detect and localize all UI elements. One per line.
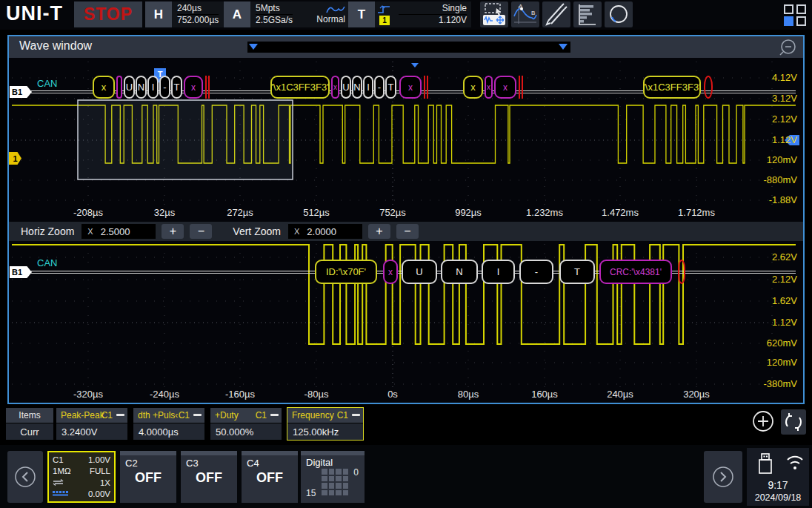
time-label: 512µs bbox=[303, 207, 330, 218]
voltage-label: 2.12V bbox=[772, 274, 797, 285]
cursor-ab-button[interactable]: A B bbox=[511, 1, 539, 27]
decode-bubble bbox=[704, 76, 713, 99]
vert-zoom-increase-button[interactable]: + bbox=[368, 224, 390, 239]
c1-position-icon bbox=[53, 491, 69, 496]
time-label: 80µs bbox=[458, 389, 479, 400]
measurement-channel: C1 bbox=[337, 410, 348, 420]
channel4-card[interactable]: C4 OFF bbox=[242, 451, 298, 503]
time-label: -208µs bbox=[73, 207, 103, 218]
c1-offset: 0.00V bbox=[88, 489, 110, 499]
remove-measurement-icon[interactable] bbox=[352, 414, 360, 416]
measurement-cell-frequency[interactable]: FrequencyC1125.00kHz bbox=[287, 408, 363, 440]
decode-bubble: x bbox=[184, 76, 203, 99]
digital-channels-card[interactable]: Digital 0 15 bbox=[301, 451, 365, 503]
vert-zoom-label: Vert Zoom bbox=[233, 225, 281, 237]
search-button[interactable] bbox=[605, 1, 633, 27]
trigger-source-badge: 1 bbox=[379, 16, 390, 25]
vert-zoom-decrease-button[interactable]: − bbox=[396, 224, 419, 239]
vert-zoom-value-box[interactable]: X 2.0000 bbox=[288, 224, 362, 239]
clock-date: 2024/09/18 bbox=[747, 492, 809, 503]
zoom-waveform-view[interactable]: ID:'\x70F'xUNI-TCRC:'\x4381' B1 CAN 2.62… bbox=[9, 241, 803, 403]
top-bar: UNI-T STOP H 240µs 752.000µs A 5Mpts 2.5… bbox=[0, 0, 812, 30]
zoom-out-icon[interactable] bbox=[778, 39, 797, 56]
time-label: 320µs bbox=[683, 389, 710, 400]
horiz-zoom-value-box[interactable]: X 2.5000 bbox=[81, 224, 156, 239]
waveform-select-tool-button[interactable] bbox=[480, 1, 508, 27]
decode-bubble: I bbox=[363, 76, 373, 99]
add-measurement-button[interactable] bbox=[751, 409, 775, 433]
channel-bar-right-button[interactable] bbox=[704, 451, 742, 503]
decode-bubble bbox=[116, 76, 122, 99]
voltage-label: 620mV bbox=[767, 337, 797, 349]
wave-window-panel: Wave window T xUNI-Tx'\x1C3FF3F3'xUNI-Tx… bbox=[7, 35, 805, 404]
acquire-settings-button[interactable]: A 5Mpts 2.5GSa/s Normal bbox=[224, 1, 350, 27]
decode-bubble: U bbox=[124, 76, 135, 99]
horizontal-settings-button[interactable]: H 240µs 752.000µs bbox=[145, 1, 224, 27]
horiz-zoom-mult: X bbox=[87, 227, 93, 236]
clock-time: 9:17 bbox=[747, 479, 809, 491]
channel1-card[interactable]: C1 1.00V 1MΩ FULL 1X 0.00V bbox=[47, 451, 116, 503]
remove-measurement-icon[interactable] bbox=[270, 414, 279, 416]
layout-square-active-icon bbox=[784, 16, 793, 26]
voltage-label: 120mV bbox=[767, 154, 797, 165]
sample-rate-value: 2.5GSa/s bbox=[256, 14, 293, 26]
c1-coupling-icon bbox=[53, 479, 64, 486]
horiz-zoom-label: Horiz Zoom bbox=[21, 225, 74, 237]
vert-zoom-mult: X bbox=[294, 227, 299, 236]
channel-bar-left-button[interactable] bbox=[7, 451, 43, 503]
digital-grid-icon bbox=[322, 469, 348, 495]
c4-state: OFF bbox=[242, 470, 298, 486]
run-stop-button[interactable]: STOP bbox=[74, 1, 142, 27]
time-label: -80µs bbox=[304, 389, 329, 400]
trigger-mode-value: Single bbox=[442, 3, 467, 14]
time-label: 992µs bbox=[455, 207, 482, 218]
card-strip bbox=[301, 451, 365, 455]
status-cell[interactable]: 9:17 2024/09/18 bbox=[747, 448, 809, 506]
channel2-card[interactable]: C2 OFF bbox=[120, 451, 176, 503]
c3-state: OFF bbox=[181, 470, 237, 486]
wave-window-title: Wave window bbox=[19, 39, 92, 53]
measurement-value: 4.0000µs bbox=[133, 423, 204, 440]
horiz-zoom-decrease-button[interactable]: − bbox=[190, 224, 212, 239]
remove-measurement-icon[interactable] bbox=[193, 414, 202, 416]
measurement-cell--duty[interactable]: +DutyC150.000% bbox=[210, 408, 282, 440]
histogram-button[interactable] bbox=[573, 1, 602, 27]
card-strip bbox=[181, 451, 237, 455]
c2-name: C2 bbox=[125, 458, 138, 469]
decode-bubble: x bbox=[383, 260, 398, 284]
decode-bubble bbox=[519, 76, 523, 99]
decode-bubble: - bbox=[159, 76, 170, 99]
decode-bubble: x bbox=[399, 76, 422, 99]
c1-name: C1 bbox=[53, 455, 64, 465]
horiz-zoom-increase-button[interactable]: + bbox=[162, 224, 184, 239]
channel-bar: C1 1.00V 1MΩ FULL 1X 0.00V bbox=[0, 445, 812, 508]
wave-window-dropdown[interactable] bbox=[247, 42, 570, 53]
cursor-ab-icon: A B bbox=[511, 1, 539, 27]
measurement-cell-peak-peak[interactable]: Peak-PeakC13.2400V bbox=[56, 408, 127, 440]
layout-square-icon bbox=[796, 4, 806, 14]
decode-bubble: T bbox=[559, 260, 595, 284]
window-layout-button[interactable] bbox=[781, 3, 811, 27]
voltage-label: 2.12V bbox=[772, 113, 797, 125]
measurement-cell-dth-puls-[interactable]: dth +Puls‹C14.0000µs bbox=[133, 408, 204, 440]
time-label: -240µs bbox=[150, 389, 179, 400]
main-waveform-view[interactable]: T xUNI-Tx'\x1C3FF3F3'xUNI-Txxxx'\x1C3FF3… bbox=[9, 59, 803, 222]
measurement-items-cell[interactable]: Items Curr bbox=[6, 408, 53, 440]
channel3-card[interactable]: C3 OFF bbox=[181, 451, 237, 503]
wave-window-titlebar[interactable]: Wave window bbox=[9, 36, 803, 58]
usb-device-icon bbox=[756, 452, 775, 476]
digital-low-index: 15 bbox=[306, 488, 316, 498]
measurement-items-value: Curr bbox=[6, 423, 53, 440]
trigger-settings-button[interactable]: T 1 Single 1.120V bbox=[348, 1, 471, 27]
measurement-value: 125.00kHz bbox=[287, 423, 363, 440]
measurement-channel: C1 bbox=[102, 410, 113, 420]
remove-measurement-icon[interactable] bbox=[116, 414, 124, 416]
annotate-tool-button[interactable] bbox=[542, 1, 570, 27]
chevron-left-icon bbox=[13, 465, 37, 489]
horizontal-key: H bbox=[145, 1, 172, 27]
trigger-key: T bbox=[348, 1, 375, 27]
time-label: 1.472ms bbox=[602, 207, 639, 218]
horizontal-position-value: 752.000µs bbox=[177, 14, 219, 26]
time-label: 752µs bbox=[379, 207, 406, 218]
refresh-measurements-button[interactable] bbox=[781, 409, 806, 435]
